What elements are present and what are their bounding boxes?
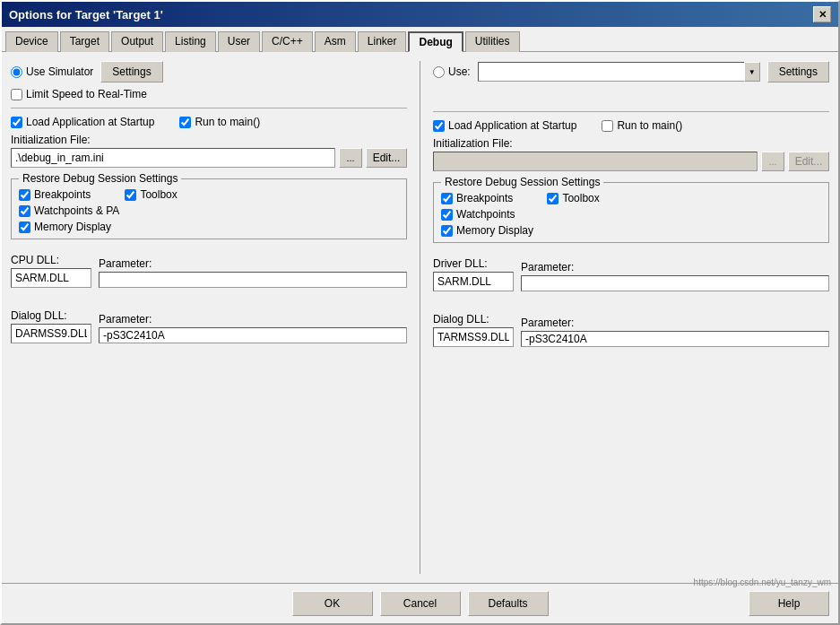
right-load-app-label[interactable]: Load Application at Startup xyxy=(433,119,576,132)
right-restore-group: Restore Debug Session Settings Breakpoin… xyxy=(433,182,829,243)
tab-asm[interactable]: Asm xyxy=(315,31,356,52)
right-browse-button[interactable]: ... xyxy=(761,152,784,171)
left-cpu-param-label: Parameter: xyxy=(99,257,407,270)
right-run-to-main-checkbox[interactable] xyxy=(602,120,613,132)
left-dialog-dll-field: Dialog DLL: xyxy=(11,309,91,343)
left-dll-spacer xyxy=(11,291,407,306)
left-cpu-param-input[interactable] xyxy=(99,272,407,288)
right-breakpoints-checkbox[interactable] xyxy=(441,193,453,204)
right-watchpoints-checkbox[interactable] xyxy=(441,209,453,221)
right-settings-button[interactable]: Settings xyxy=(767,61,829,82)
right-breakpoints-toolbox-row: Breakpoints Toolbox xyxy=(441,192,821,204)
right-driver-param-input[interactable] xyxy=(521,275,829,291)
left-edit-button[interactable]: Edit... xyxy=(366,148,407,168)
left-settings-button[interactable]: Settings xyxy=(100,61,162,82)
tab-device[interactable]: Device xyxy=(5,31,58,52)
use-row: Use: ▼ Settings xyxy=(433,61,829,82)
left-breakpoints-label[interactable]: Breakpoints xyxy=(19,188,91,201)
dialog-title: Options for Target 'Target 1' xyxy=(9,8,163,22)
use-dropdown[interactable] xyxy=(478,62,760,82)
right-memory-display-checkbox[interactable] xyxy=(441,225,453,237)
right-toolbox-checkbox[interactable] xyxy=(547,193,559,204)
left-breakpoints-toolbox-row: Breakpoints Toolbox xyxy=(19,188,399,201)
column-divider xyxy=(420,61,420,574)
right-init-file-label: Initialization File: xyxy=(433,137,829,150)
right-load-app-checkbox[interactable] xyxy=(433,120,445,132)
limit-speed-checkbox[interactable] xyxy=(11,89,22,100)
left-dialog-dll-input[interactable] xyxy=(11,324,91,343)
tab-cpp[interactable]: C/C++ xyxy=(262,31,313,52)
left-watchpoints-pa-label[interactable]: Watchpoints & PA xyxy=(19,204,399,217)
right-run-to-main-label[interactable]: Run to main() xyxy=(602,119,682,132)
right-watchpoints-label[interactable]: Watchpoints xyxy=(441,208,821,221)
right-dialog-dll-row: Dialog DLL: Parameter: xyxy=(433,313,829,347)
tab-listing[interactable]: Listing xyxy=(165,31,216,52)
tab-user[interactable]: User xyxy=(218,31,260,52)
left-watchpoints-pa-checkbox[interactable] xyxy=(19,205,30,217)
limit-speed-row: Limit Speed to Real-Time xyxy=(11,88,407,100)
left-breakpoints-checkbox[interactable] xyxy=(19,189,30,201)
dialog: Options for Target 'Target 1' ✕ Device T… xyxy=(0,0,840,625)
ok-button[interactable]: OK xyxy=(292,591,373,616)
left-memory-display-label[interactable]: Memory Display xyxy=(19,221,399,233)
left-dialog-param-input[interactable] xyxy=(99,327,407,343)
separator-1 xyxy=(11,108,407,109)
right-restore-group-title: Restore Debug Session Settings xyxy=(441,176,603,188)
right-dialog-dll-field: Dialog DLL: xyxy=(433,313,514,347)
tab-linker[interactable]: Linker xyxy=(358,31,407,52)
left-memory-display-checkbox[interactable] xyxy=(19,221,30,233)
right-dll-spacer xyxy=(433,295,829,309)
two-column-layout: Use Simulator Settings Limit Speed to Re… xyxy=(11,61,829,574)
cancel-button[interactable]: Cancel xyxy=(380,591,461,616)
left-restore-group: Restore Debug Session Settings Breakpoin… xyxy=(11,178,407,239)
right-toolbox-label[interactable]: Toolbox xyxy=(547,192,599,204)
use-simulator-radio[interactable] xyxy=(11,66,22,78)
right-dialog-dll-label: Dialog DLL: xyxy=(433,313,514,326)
limit-speed-label[interactable]: Limit Speed to Real-Time xyxy=(11,88,407,100)
use-radio-label[interactable]: Use: xyxy=(433,65,471,78)
right-dialog-param-field: Parameter: xyxy=(521,317,829,347)
use-dropdown-wrapper: ▼ xyxy=(478,62,760,82)
right-column: Use: ▼ Settings Load Application at Sta xyxy=(433,61,829,574)
left-dialog-dll-label: Dialog DLL: xyxy=(11,309,91,322)
left-cpu-dll-input[interactable] xyxy=(11,268,91,288)
left-dialog-param-label: Parameter: xyxy=(99,313,407,326)
left-init-file-section: Initialization File: ... Edit... xyxy=(11,134,407,168)
left-run-to-main-label[interactable]: Run to main() xyxy=(179,116,260,128)
tab-bar: Device Target Output Listing User C/C++ … xyxy=(2,27,838,52)
help-button[interactable]: Help xyxy=(749,591,829,616)
defaults-button[interactable]: Defaults xyxy=(468,591,549,616)
left-init-file-label: Initialization File: xyxy=(11,134,407,146)
left-load-app-label[interactable]: Load Application at Startup xyxy=(11,116,154,128)
left-browse-button[interactable]: ... xyxy=(339,148,362,168)
use-radio[interactable] xyxy=(433,66,445,78)
use-simulator-label[interactable]: Use Simulator xyxy=(11,65,93,78)
left-cpu-dll-field: CPU DLL: xyxy=(11,254,91,288)
right-dialog-param-input[interactable] xyxy=(521,331,829,347)
left-dialog-dll-row: Dialog DLL: Parameter: xyxy=(11,309,407,343)
right-edit-button[interactable]: Edit... xyxy=(788,152,829,171)
tab-utilities[interactable]: Utilities xyxy=(465,31,520,52)
right-memory-display-label[interactable]: Memory Display xyxy=(441,224,821,237)
right-dialog-dll-input[interactable] xyxy=(433,327,514,347)
right-init-file-input xyxy=(433,152,758,171)
right-driver-dll-field: Driver DLL: xyxy=(433,257,514,291)
left-cpu-param-field: Parameter: xyxy=(99,257,407,288)
right-driver-dll-input[interactable] xyxy=(433,272,514,291)
left-restore-content: Breakpoints Toolbox Watchpoints & PA xyxy=(19,188,399,233)
title-bar: Options for Target 'Target 1' ✕ xyxy=(2,2,838,27)
left-init-file-input[interactable] xyxy=(11,148,335,168)
left-init-file-input-row: ... Edit... xyxy=(11,148,407,168)
left-load-app-checkbox[interactable] xyxy=(11,117,22,128)
left-run-to-main-checkbox[interactable] xyxy=(179,117,191,128)
right-driver-dll-label: Driver DLL: xyxy=(433,257,514,270)
left-restore-group-title: Restore Debug Session Settings xyxy=(19,172,181,185)
tab-output[interactable]: Output xyxy=(111,31,163,52)
tab-debug[interactable]: Debug xyxy=(408,31,463,52)
tab-target[interactable]: Target xyxy=(60,31,109,52)
right-driver-param-label: Parameter: xyxy=(521,261,829,273)
close-button[interactable]: ✕ xyxy=(813,6,831,22)
right-breakpoints-label[interactable]: Breakpoints xyxy=(441,192,513,204)
left-toolbox-checkbox[interactable] xyxy=(125,189,136,201)
left-toolbox-label[interactable]: Toolbox xyxy=(125,188,177,201)
